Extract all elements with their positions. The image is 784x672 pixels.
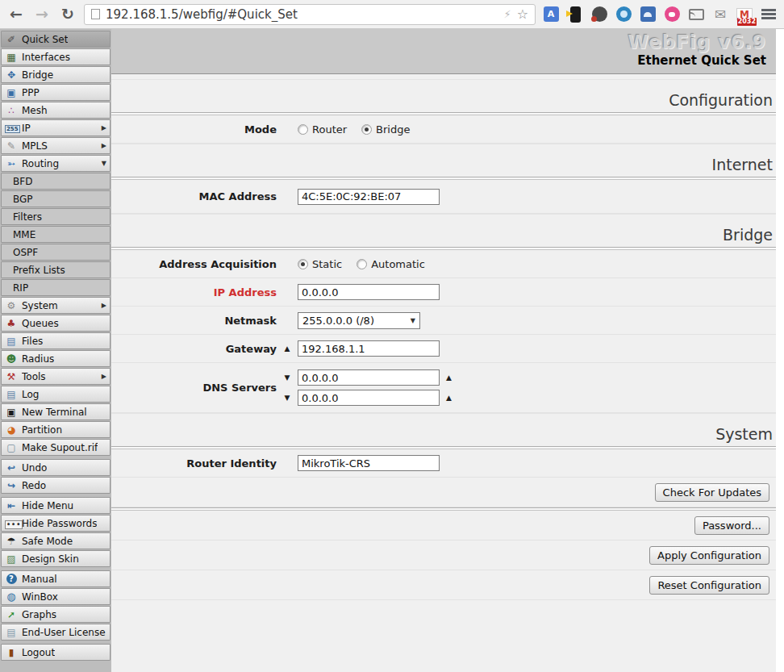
sidebar-item-bridge[interactable]: ✥ Bridge <box>1 66 111 83</box>
gmail-extension-icon[interactable]: M 2032 <box>736 6 753 23</box>
pig-extension-icon[interactable] <box>663 6 681 23</box>
sidebar-item-partition[interactable]: ◕ Partition <box>1 421 111 438</box>
mode-row: Mode Router Bridge <box>111 115 776 144</box>
netmask-select[interactable]: 255.0.0.0 (/8) ▼ <box>298 312 420 329</box>
sidebar-item-safe-mode[interactable]: ☂ Safe Mode <box>1 532 111 549</box>
terminal-icon: ▣ <box>5 407 18 417</box>
static-radio[interactable] <box>298 259 308 269</box>
section-heading-system: System <box>111 413 776 446</box>
sidebar-item-manual[interactable]: ? Manual <box>1 570 111 587</box>
swirl-extension-icon[interactable] <box>615 6 632 23</box>
sidebar-item-design-skin[interactable]: ▨ Design Skin <box>1 550 111 567</box>
apply-row: Apply Configuration <box>111 541 776 570</box>
mac-address-input[interactable] <box>298 189 440 205</box>
password-row: Password... <box>111 511 776 541</box>
translate-extension-icon[interactable]: A <box>542 6 560 23</box>
page-title: Ethernet Quick Set <box>121 53 766 68</box>
sidebar-item-files[interactable]: ▤ Files <box>1 332 111 349</box>
dns2-input[interactable] <box>298 390 440 406</box>
sidebar-item-bgp[interactable]: BGP <box>1 190 111 207</box>
sidebar-item-make-supout[interactable]: ▢ Make Supout.rif <box>1 439 111 456</box>
send-to-phone-extension-icon[interactable] <box>566 6 584 23</box>
sidebar-item-graphs[interactable]: ➚ Graphs <box>1 606 111 623</box>
gateway-label: Gateway <box>111 343 277 355</box>
sidebar-item-new-terminal[interactable]: ▣ New Terminal <box>1 403 111 420</box>
chevron-right-icon: ▶ <box>102 373 106 380</box>
sidebar-item-winbox[interactable]: ◍ WinBox <box>1 588 111 605</box>
mode-label: Mode <box>111 123 277 136</box>
sidebar-item-tools[interactable]: ⚒ Tools ▶ <box>1 368 111 385</box>
ip-address-input[interactable] <box>298 284 440 300</box>
static-radio-label: Static <box>312 258 342 270</box>
sidebar-item-undo[interactable]: ↩ Undo <box>1 459 111 476</box>
sidebar-item-prefix-lists[interactable]: Prefix Lists <box>1 261 111 278</box>
sidebar-item-interfaces[interactable]: ▦ Interfaces <box>1 48 111 65</box>
chromecast-extension-icon[interactable] <box>687 6 705 23</box>
router-identity-input[interactable] <box>298 455 440 471</box>
dns2-down-arrow[interactable]: ▼ <box>277 394 298 402</box>
check-for-updates-button[interactable]: Check For Updates <box>655 483 769 502</box>
sidebar-item-routing[interactable]: ➳ Routing ▼ <box>1 155 111 172</box>
sidebar-item-mesh[interactable]: ∴ Mesh <box>1 102 111 119</box>
password-button[interactable]: Password... <box>694 516 769 535</box>
sidebar-item-quick-set[interactable]: ✐ Quick Set <box>1 31 111 48</box>
sidebar-item-ip[interactable]: 255 IP ▶ <box>1 119 111 136</box>
sidebar: ✐ Quick Set ▦ Interfaces ✥ Bridge ▣ PPP … <box>0 29 111 672</box>
dns2-up-arrow[interactable]: ▲ <box>446 394 452 402</box>
sidebar-item-filters[interactable]: Filters <box>1 208 111 225</box>
sidebar-item-log[interactable]: ▤ Log <box>1 386 111 403</box>
refresh-button[interactable]: ↻ <box>58 6 77 22</box>
browser-toolbar: ← → ↻ 192.168.1.5/webfig/#Quick_Set ⚡ ☆ … <box>0 0 784 29</box>
router-radio-label: Router <box>312 123 347 136</box>
dns1-up-arrow[interactable]: ▲ <box>446 374 452 382</box>
sidebar-item-bfd[interactable]: BFD <box>1 173 111 190</box>
mac-address-label: MAC Address <box>111 190 277 202</box>
ip-icon: 255 <box>5 123 18 133</box>
sidebar-item-ospf[interactable]: OSPF <box>1 244 111 261</box>
browser-menu-icon[interactable] <box>760 6 778 23</box>
bridge-radio[interactable] <box>361 124 372 135</box>
dns1-input[interactable] <box>298 369 440 386</box>
design-skin-icon: ▨ <box>5 554 18 564</box>
chevron-right-icon: ▶ <box>102 302 106 309</box>
envelope-extension-icon[interactable]: ✉ <box>711 6 729 23</box>
sidebar-item-rip[interactable]: RIP <box>1 279 111 296</box>
sidebar-item-queues[interactable]: ♣ Queues <box>1 315 111 332</box>
chevron-down-icon: ▼ <box>102 160 106 167</box>
downloads-folder-extension-icon[interactable] <box>639 6 657 23</box>
sidebar-item-logout[interactable]: ▮ Logout <box>1 644 111 661</box>
sidebar-item-system[interactable]: ⚙ System ▶ <box>1 297 111 314</box>
sidebar-item-mpls[interactable]: ✎ MPLS ▶ <box>1 137 111 154</box>
bookmark-star-icon[interactable]: ☆ <box>517 6 528 22</box>
sidebar-item-ppp[interactable]: ▣ PPP <box>1 84 111 101</box>
sidebar-item-radius[interactable]: ☻ Radius <box>1 350 111 367</box>
lightning-icon[interactable]: ⚡ <box>504 8 511 20</box>
evernote-extension-icon[interactable] <box>590 6 608 23</box>
sidebar-item-end-user-license[interactable]: ▤ End-User License <box>1 624 111 641</box>
automatic-radio[interactable] <box>357 259 367 269</box>
hide-menu-icon: ⇤ <box>5 501 18 511</box>
sidebar-item-mme[interactable]: MME <box>1 226 111 243</box>
gateway-input[interactable] <box>298 340 440 357</box>
url-bar[interactable]: 192.168.1.5/webfig/#Quick_Set ⚡ ☆ <box>84 4 536 25</box>
apply-configuration-button[interactable]: Apply Configuration <box>649 546 769 565</box>
sidebar-item-redo[interactable]: ↪ Redo <box>1 477 111 494</box>
screen: ← → ↻ 192.168.1.5/webfig/#Quick_Set ⚡ ☆ … <box>0 0 784 672</box>
ppp-icon: ▣ <box>5 88 18 98</box>
pie-chart-icon: ◕ <box>5 425 18 435</box>
queues-icon: ♣ <box>5 319 18 328</box>
forward-button[interactable]: → <box>32 6 52 22</box>
dns1-down-arrow[interactable]: ▼ <box>277 374 298 382</box>
gateway-up-arrow[interactable]: ▲ <box>285 344 290 353</box>
router-radio[interactable] <box>298 124 308 135</box>
sidebar-item-hide-menu[interactable]: ⇤ Hide Menu <box>1 497 111 514</box>
url-text[interactable]: 192.168.1.5/webfig/#Quick_Set <box>106 7 498 22</box>
logout-door-icon: ▮ <box>5 648 18 657</box>
select-dropdown-arrow-icon: ▼ <box>411 317 415 324</box>
folder-icon: ▤ <box>5 336 18 346</box>
bridge-radio-label: Bridge <box>376 123 410 136</box>
sidebar-item-hide-passwords[interactable]: ••• Hide Passwords <box>1 515 111 532</box>
back-button[interactable]: ← <box>6 6 26 22</box>
winbox-globe-icon: ◍ <box>5 591 18 602</box>
reset-configuration-button[interactable]: Reset Configuration <box>649 576 769 595</box>
